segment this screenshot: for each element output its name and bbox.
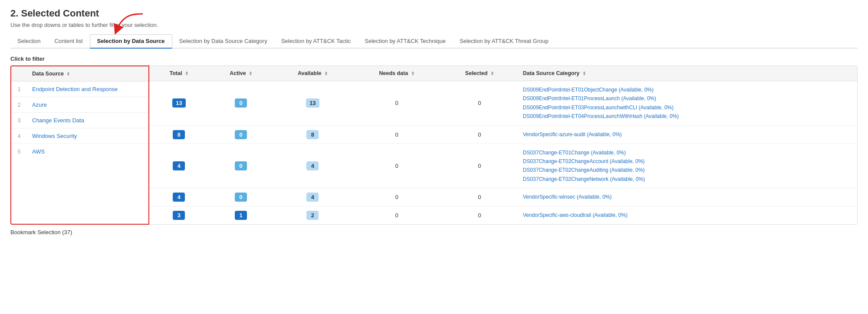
total-cell: 8 [149, 125, 209, 144]
row-number: 4 [11, 128, 27, 144]
needs-data-cell: 0 [352, 188, 441, 206]
data-source-cell[interactable]: Endpoint Detection and Response [27, 82, 148, 97]
available-cell: 4 [273, 144, 352, 188]
category-cell: VendorSpecific-azure-audit (Available, 0… [518, 125, 857, 144]
tab-by-tactic[interactable]: Selection by ATT&CK Tactic [274, 34, 358, 49]
col-num [11, 66, 27, 82]
table-row: 4 0 4 0 0 VendorSpecific-winsec (Availab… [149, 188, 857, 206]
tab-by-threat-group[interactable]: Selection by ATT&CK Threat Group [453, 34, 556, 49]
table-row: 4 0 4 0 0 DS037Change-ET01Change (Availa… [149, 144, 857, 188]
col-total[interactable]: Total ⇕ [149, 66, 209, 81]
active-cell: 0 [209, 144, 273, 188]
tab-by-data-source[interactable]: Selection by Data Source [90, 34, 172, 49]
total-cell: 4 [149, 188, 209, 206]
row-number: 5 [11, 144, 27, 160]
total-cell: 3 [149, 206, 209, 225]
tab-bar: Selection Content list Selection by Data… [10, 34, 858, 49]
col-available[interactable]: Available ⇕ [273, 66, 352, 81]
row-number: 3 [11, 113, 27, 128]
data-source-cell[interactable]: Windows Security [27, 128, 148, 144]
table-row: 3 Change Events Data [11, 113, 148, 128]
row-number: 1 [11, 82, 27, 97]
table-row: 1 Endpoint Detection and Response [11, 82, 148, 97]
category-cell: VendorSpecific-winsec (Available, 0%) [518, 188, 857, 206]
page-title: 2. Selected Content [10, 8, 858, 19]
total-cell: 13 [149, 81, 209, 126]
available-cell: 4 [273, 188, 352, 206]
table-row: 5 AWS [11, 144, 148, 160]
row-number: 2 [11, 97, 27, 113]
selected-cell: 0 [441, 144, 518, 188]
col-selected[interactable]: Selected ⇕ [441, 66, 518, 81]
available-cell: 8 [273, 125, 352, 144]
tab-selection[interactable]: Selection [10, 34, 47, 49]
available-cell: 2 [273, 206, 352, 225]
table-row: 13 0 13 0 0 DS009EndPointIntel-ET01Objec… [149, 81, 857, 126]
active-cell: 1 [209, 206, 273, 225]
category-cell: DS037Change-ET01Change (Available, 0%)DS… [518, 144, 857, 188]
table-row: 4 Windows Security [11, 128, 148, 144]
active-cell: 0 [209, 125, 273, 144]
tab-by-technique[interactable]: Selection by ATT&CK Technique [358, 34, 453, 49]
data-source-cell[interactable]: Azure [27, 97, 148, 113]
selected-cell: 0 [441, 206, 518, 225]
selected-cell: 0 [441, 125, 518, 144]
table-row: 2 Azure [11, 97, 148, 113]
table-row: 8 0 8 0 0 VendorSpecific-azure-audit (Av… [149, 125, 857, 144]
col-active[interactable]: Active ⇕ [209, 66, 273, 81]
table-row: 3 1 2 0 0 VendorSpecific-aws-cloudtrail … [149, 206, 857, 225]
active-cell: 0 [209, 188, 273, 206]
data-source-cell[interactable]: Change Events Data [27, 113, 148, 128]
selected-cell: 0 [441, 188, 518, 206]
needs-data-cell: 0 [352, 81, 441, 126]
filter-label: Click to filter [10, 56, 858, 62]
data-source-cell[interactable]: AWS [27, 144, 148, 160]
col-data-source[interactable]: Data Source ⇕ [27, 66, 148, 82]
category-cell: DS009EndPointIntel-ET01ObjectChange (Ava… [518, 81, 857, 126]
needs-data-cell: 0 [352, 125, 441, 144]
bookmark-footer[interactable]: Bookmark Selection (37) [10, 229, 858, 236]
available-cell: 13 [273, 81, 352, 126]
needs-data-cell: 0 [352, 206, 441, 225]
tab-by-category[interactable]: Selection by Data Source Category [172, 34, 274, 49]
active-cell: 0 [209, 81, 273, 126]
tab-content-list[interactable]: Content list [47, 34, 89, 49]
selected-cell: 0 [441, 81, 518, 126]
category-cell: VendorSpecific-aws-cloudtrail (Available… [518, 206, 857, 225]
col-category[interactable]: Data Source Category ⇕ [518, 66, 857, 81]
page-subtitle: Use the drop downs or tables to further … [10, 22, 858, 28]
total-cell: 4 [149, 144, 209, 188]
needs-data-cell: 0 [352, 144, 441, 188]
col-needs-data[interactable]: Needs data ⇕ [352, 66, 441, 81]
